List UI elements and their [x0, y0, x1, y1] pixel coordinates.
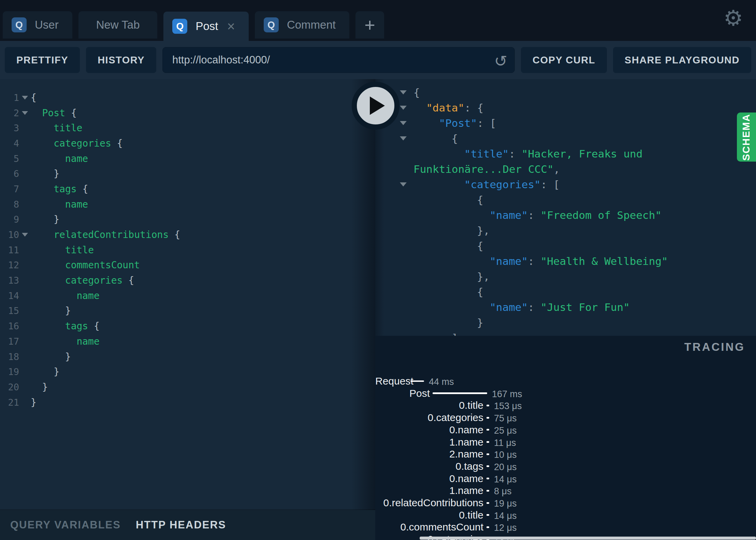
tracing-toggle[interactable]: TRACING — [684, 341, 745, 354]
fold-arrow-icon[interactable] — [400, 182, 413, 186]
settings-gear-icon[interactable]: ⚙ — [724, 3, 743, 33]
tracing-row: 0.title153 μs — [375, 400, 756, 410]
share-playground-button[interactable]: SHARE PLAYGROUND — [613, 47, 751, 73]
response-line: ] — [375, 330, 756, 336]
tracing-row-label: 0.title — [375, 510, 483, 520]
code-line-text: relatedContributions { — [31, 229, 180, 240]
code-line-text: { — [413, 286, 483, 298]
tracing-row-time: 10 μs — [494, 450, 517, 460]
query-line: 9} — [0, 212, 375, 227]
code-line-text: Post { — [31, 107, 77, 119]
response-line: "name": "Freedom of Speech" — [375, 207, 756, 223]
code-line-text: name — [31, 199, 88, 210]
tab-new-tab[interactable]: New Tab — [78, 11, 158, 39]
tracing-row: Request44 ms — [375, 376, 756, 386]
query-type-badge: Q — [172, 19, 187, 34]
code-line-text: } — [31, 305, 71, 316]
tab-user[interactable]: QUser — [3, 11, 72, 39]
tracing-row: 0.categories75 μs — [375, 412, 756, 423]
code-line-text: tags { — [31, 320, 100, 332]
tracing-duration-bar — [486, 465, 489, 467]
fold-arrow-icon[interactable] — [400, 121, 413, 125]
code-line-text: }, — [413, 224, 490, 237]
endpoint-url-input[interactable] — [162, 47, 515, 73]
code-line-text: name — [31, 336, 100, 347]
copy-curl-button[interactable]: COPY CURL — [521, 47, 607, 73]
line-number: 1 — [0, 92, 19, 103]
tab-comment[interactable]: QComment — [255, 11, 349, 39]
tracing-row-time: 167 ms — [492, 389, 522, 399]
tracing-row: 0.name14 μs — [375, 474, 756, 484]
response-line: { — [375, 85, 756, 100]
code-line-text: } — [31, 366, 59, 377]
query-line: 7tags { — [0, 181, 375, 197]
execute-query-button[interactable] — [352, 82, 399, 130]
schema-side-tab-label: SCHEMA — [741, 114, 752, 161]
prettify-button[interactable]: PRETTIFY — [5, 47, 80, 73]
line-number: 6 — [0, 168, 19, 179]
tracing-duration-bar — [486, 441, 489, 443]
tracing-row: 2.name10 μs — [375, 449, 756, 459]
fold-arrow-icon[interactable] — [400, 136, 413, 140]
fold-arrow-icon[interactable] — [19, 111, 31, 115]
code-line-text: } — [413, 316, 483, 329]
response-line: }, — [375, 223, 756, 238]
line-number: 3 — [0, 123, 19, 133]
response-line: "title": "Hacker, Freaks und — [375, 146, 756, 161]
code-line-text: "name": "Freedom of Speech" — [413, 209, 662, 221]
line-number: 16 — [0, 321, 19, 331]
toolbar: PRETTIFY HISTORY ↺ COPY CURL SHARE PLAYG… — [0, 41, 756, 79]
tab-label: Comment — [287, 18, 336, 31]
response-viewer[interactable]: {"data": {"Post": [{"title": "Hacker, Fr… — [375, 79, 756, 336]
tracing-duration-bar — [410, 380, 424, 382]
code-line-text: } — [31, 397, 37, 408]
tab-post[interactable]: QPost× — [163, 12, 248, 41]
response-line: { — [375, 284, 756, 299]
query-line: 20} — [0, 379, 375, 395]
response-line: "categories": [ — [375, 177, 756, 192]
tracing-row: 0.name25 μs — [375, 425, 756, 435]
response-line: }, — [375, 269, 756, 284]
fold-arrow-icon[interactable] — [19, 233, 31, 237]
new-tab-button[interactable]: + — [355, 11, 384, 39]
line-number: 8 — [0, 199, 19, 210]
history-button[interactable]: HISTORY — [86, 47, 156, 73]
response-code: {"data": {"Post": [{"title": "Hacker, Fr… — [375, 79, 756, 336]
tracing-row-time: 44 ms — [429, 377, 454, 387]
code-line-text: ] — [413, 332, 458, 336]
line-number: 15 — [0, 305, 19, 316]
code-line-text: { — [413, 86, 420, 99]
code-line-text: { — [413, 240, 483, 252]
reload-icon[interactable]: ↺ — [494, 52, 508, 70]
line-number: 18 — [0, 351, 19, 362]
line-number: 17 — [0, 336, 19, 347]
tracing-row: 0.title14 μs — [375, 510, 756, 520]
tracing-row-time: 12 μs — [494, 523, 517, 533]
close-tab-icon[interactable]: × — [227, 19, 235, 33]
response-line: "data": { — [375, 100, 756, 115]
tracing-duration-bar — [486, 405, 489, 406]
horizontal-scrollbar[interactable] — [420, 537, 756, 540]
query-editor[interactable]: 1{2Post {3title4categories {5name6}7tags… — [0, 79, 375, 510]
tracing-row: Post167 ms — [375, 388, 756, 399]
line-number: 5 — [0, 153, 19, 164]
response-line: Funktionäre...Der CCC", — [375, 161, 756, 177]
query-line: 18} — [0, 349, 375, 364]
tracing-row: 1.name8 μs — [375, 485, 756, 496]
bottom-tab-http-headers[interactable]: HTTP HEADERS — [136, 519, 226, 531]
query-line: 17name — [0, 334, 375, 349]
fold-arrow-icon[interactable] — [19, 96, 31, 100]
code-line-text: commentsCount — [31, 259, 140, 271]
code-line-text: "categories": [ — [413, 178, 560, 191]
response-line: { — [375, 192, 756, 207]
query-line: 6} — [0, 166, 375, 181]
fold-arrow-icon[interactable] — [400, 106, 413, 110]
tracing-duration-bar — [433, 392, 487, 394]
fold-arrow-icon[interactable] — [400, 90, 413, 94]
tracing-row-label: 0.categories — [375, 412, 483, 423]
query-type-badge: Q — [12, 17, 27, 32]
bottom-tab-query-variables[interactable]: QUERY VARIABLES — [10, 519, 121, 531]
query-line: 16tags { — [0, 318, 375, 334]
schema-side-tab[interactable]: SCHEMA — [737, 112, 756, 162]
tracing-row-time: 14 μs — [494, 511, 517, 521]
